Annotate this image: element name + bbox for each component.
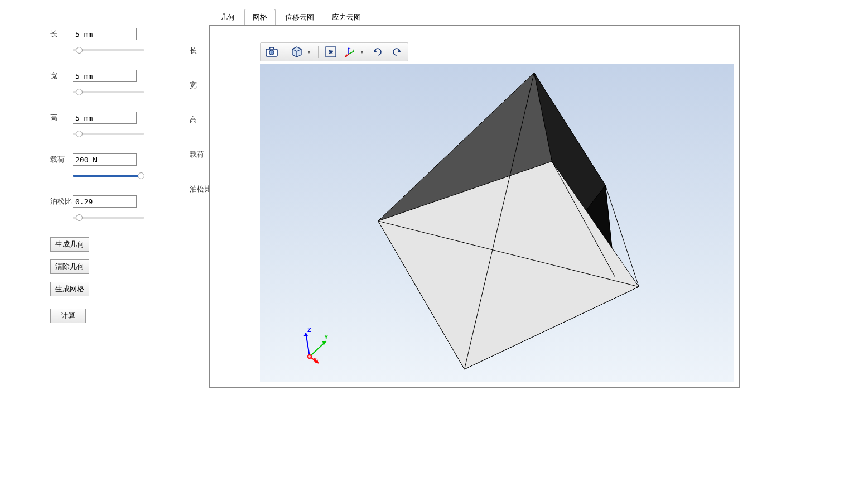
svg-line-15: [306, 333, 310, 357]
svg-text:z: z: [349, 46, 351, 49]
width-label: 宽: [50, 71, 73, 81]
secondary-poisson-label: 泊松比: [190, 172, 211, 206]
tab-mesh[interactable]: 网格: [244, 9, 276, 25]
svg-text:y: y: [353, 48, 354, 51]
viewer-frame: ▼ z y x: [209, 25, 740, 388]
load-slider[interactable]: [73, 175, 144, 177]
generate-mesh-button[interactable]: 生成网格: [50, 282, 89, 296]
height-slider[interactable]: [73, 133, 144, 135]
axis-gizmo: Z Y X: [291, 324, 335, 371]
length-slider[interactable]: [73, 49, 144, 51]
rotate-cw-icon[interactable]: [389, 45, 404, 59]
poisson-label: 泊松比: [50, 196, 73, 206]
fit-view-icon[interactable]: [323, 45, 339, 59]
height-label: 高: [50, 113, 73, 123]
poisson-slider[interactable]: [73, 217, 144, 219]
width-slider[interactable]: [73, 91, 144, 93]
generate-geometry-button[interactable]: 生成几何: [50, 237, 89, 252]
svg-text:X: X: [313, 357, 317, 363]
poisson-input[interactable]: [73, 195, 137, 208]
secondary-height-label: 高: [190, 103, 211, 137]
length-label: 长: [50, 29, 73, 39]
clear-geometry-button[interactable]: 清除几何: [50, 259, 89, 274]
tab-geometry[interactable]: 几何: [212, 9, 243, 25]
length-input[interactable]: [73, 28, 137, 40]
isometric-cube-icon[interactable]: [289, 45, 305, 59]
svg-point-25: [308, 355, 311, 358]
parameter-panel: 长 宽 高 载荷 泊松比 生成几何 清除几何 生成网格 计算: [0, 0, 209, 481]
load-input[interactable]: [73, 153, 137, 166]
height-input[interactable]: [73, 112, 137, 124]
svg-marker-16: [303, 333, 308, 336]
tab-stress[interactable]: 应力云图: [324, 9, 369, 25]
width-input[interactable]: [73, 70, 137, 82]
secondary-load-label: 载荷: [190, 137, 211, 172]
rotate-ccw-icon[interactable]: [370, 45, 385, 59]
camera-icon[interactable]: [264, 45, 279, 59]
svg-point-2: [271, 51, 273, 54]
compute-button[interactable]: 计算: [50, 309, 86, 323]
tab-displacement[interactable]: 位移云图: [277, 9, 322, 25]
axes-dropdown-icon[interactable]: ▼: [360, 50, 367, 55]
svg-text:Y: Y: [324, 334, 329, 340]
coordinate-axes-icon[interactable]: z y x: [342, 45, 358, 59]
mesh-viewport[interactable]: Z Y X: [260, 64, 734, 382]
tab-bar: 几何 网格 位移云图 应力云图: [209, 8, 868, 25]
secondary-width-label: 宽: [190, 68, 211, 103]
cube-dropdown-icon[interactable]: ▼: [307, 50, 314, 55]
secondary-labels: 长 宽 高 载荷 泊松比: [190, 33, 211, 206]
secondary-length-label: 长: [190, 33, 211, 68]
viewer-toolbar: ▼ z y x: [260, 42, 408, 61]
svg-text:Z: Z: [307, 326, 311, 333]
load-label: 载荷: [50, 155, 73, 165]
